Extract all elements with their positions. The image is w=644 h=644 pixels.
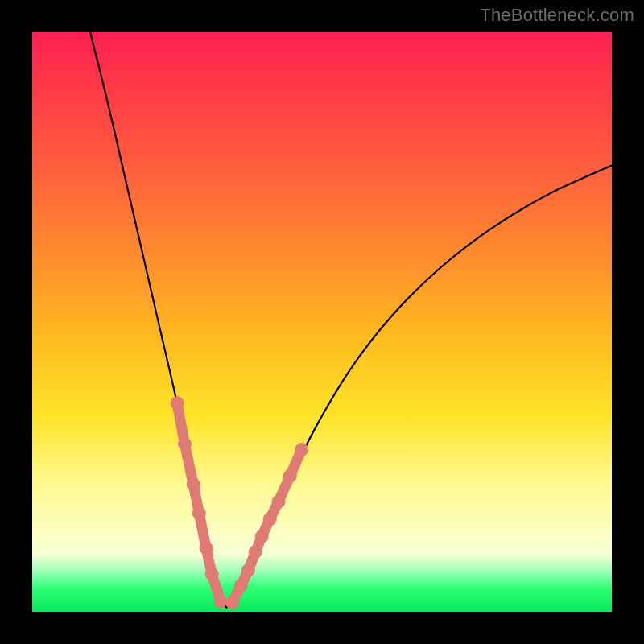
marker-dot	[187, 478, 200, 491]
marker-dot	[192, 507, 205, 520]
marker-dot	[214, 595, 227, 608]
marker-dot	[295, 443, 308, 456]
marker-dot	[205, 568, 218, 580]
marker-dot	[272, 495, 285, 508]
marker-dot	[200, 542, 213, 555]
bottleneck-curve	[32, 32, 612, 612]
marker-dot	[263, 513, 276, 526]
marker-dot	[242, 564, 255, 576]
marker-dot	[283, 469, 296, 482]
marker-dot	[234, 580, 247, 592]
watermark-text: TheBottleneck.com	[480, 5, 634, 26]
marker-dot	[171, 397, 184, 410]
marker-dot	[249, 546, 262, 559]
chart-frame: TheBottleneck.com	[0, 0, 644, 644]
marker-layer	[171, 397, 308, 609]
marker-dot	[255, 530, 268, 543]
marker-dot	[178, 437, 191, 450]
plot-area	[32, 32, 612, 612]
marker-dot	[225, 596, 238, 609]
curve-right-branch	[226, 166, 612, 608]
